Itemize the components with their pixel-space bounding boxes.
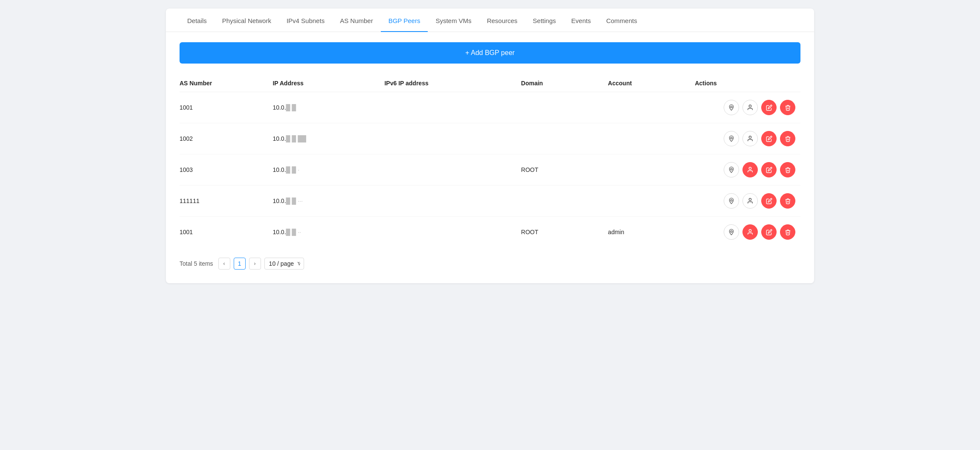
location-button[interactable] — [724, 193, 739, 209]
delete-button[interactable] — [780, 162, 795, 177]
svg-point-8 — [731, 231, 732, 232]
cell-account: admin — [608, 217, 695, 248]
cell-domain: ROOT — [521, 217, 608, 248]
main-card: Details Physical Network IPv4 Subnets AS… — [166, 9, 814, 283]
table-row: 1003 10.0.█ █ · ROOT — [180, 154, 800, 186]
edit-button[interactable] — [761, 162, 777, 177]
col-header-actions: Actions — [695, 75, 800, 92]
col-header-domain: Domain — [521, 75, 608, 92]
cell-as-number: 1001 — [180, 217, 273, 248]
svg-point-9 — [749, 229, 751, 232]
tab-physical-network[interactable]: Physical Network — [215, 9, 279, 32]
cell-actions — [695, 217, 800, 248]
col-header-account: Account — [608, 75, 695, 92]
location-button[interactable] — [724, 131, 739, 146]
svg-point-5 — [749, 167, 751, 169]
svg-point-7 — [749, 198, 751, 200]
cell-as-number: 111111 — [180, 186, 273, 217]
bgp-peers-table: AS Number IP Address IPv6 IP address Dom… — [180, 75, 800, 247]
tab-as-number[interactable]: AS Number — [332, 9, 381, 32]
delete-button[interactable] — [780, 100, 795, 115]
cell-ip-address: 10.0.█ █ ··· — [273, 186, 384, 217]
per-page-select[interactable]: 10 / page 20 / page 50 / page — [264, 258, 304, 270]
user-button[interactable] — [742, 162, 758, 177]
cell-as-number: 1002 — [180, 123, 273, 154]
prev-page-button[interactable]: ‹ — [218, 258, 230, 270]
tab-bar: Details Physical Network IPv4 Subnets AS… — [166, 9, 814, 32]
svg-point-2 — [731, 137, 732, 139]
col-header-ip-address: IP Address — [273, 75, 384, 92]
svg-point-6 — [731, 200, 732, 201]
delete-button[interactable] — [780, 224, 795, 240]
cell-actions — [695, 92, 800, 123]
svg-point-3 — [749, 136, 751, 138]
cell-ip-address: 10.0.█ █ ·· — [273, 217, 384, 248]
content-area: + Add BGP peer AS Number IP Address IPv6… — [166, 32, 814, 283]
edit-button[interactable] — [761, 224, 777, 240]
cell-actions — [695, 186, 800, 217]
tab-ipv4-subnets[interactable]: IPv4 Subnets — [279, 9, 332, 32]
cell-ip-address: 10.0.█ █ · — [273, 154, 384, 186]
cell-ipv6 — [384, 123, 521, 154]
cell-as-number: 1001 — [180, 92, 273, 123]
location-button[interactable] — [724, 162, 739, 177]
table-row: 1001 10.0.█ █ ·· ROOT admin — [180, 217, 800, 248]
tab-settings[interactable]: Settings — [525, 9, 563, 32]
cell-domain — [521, 186, 608, 217]
pagination: Total 5 items ‹ 1 › 10 / page 20 / page … — [180, 258, 800, 270]
cell-domain — [521, 123, 608, 154]
cell-ipv6 — [384, 92, 521, 123]
table-row: 1002 10.0.█ █ ██ — [180, 123, 800, 154]
user-button[interactable] — [742, 193, 758, 209]
location-button[interactable] — [724, 100, 739, 115]
cell-account — [608, 154, 695, 186]
cell-account — [608, 186, 695, 217]
table-row: 1001 10.0.█ █ — [180, 92, 800, 123]
edit-button[interactable] — [761, 131, 777, 146]
cell-ip-address: 10.0.█ █ ██ — [273, 123, 384, 154]
cell-account — [608, 92, 695, 123]
cell-actions — [695, 154, 800, 186]
tab-events[interactable]: Events — [564, 9, 599, 32]
tab-resources[interactable]: Resources — [479, 9, 525, 32]
delete-button[interactable] — [780, 131, 795, 146]
tab-comments[interactable]: Comments — [598, 9, 645, 32]
cell-domain: ROOT — [521, 154, 608, 186]
tab-system-vms[interactable]: System VMs — [428, 9, 479, 32]
cell-ipv6 — [384, 217, 521, 248]
edit-button[interactable] — [761, 100, 777, 115]
edit-button[interactable] — [761, 193, 777, 209]
svg-point-1 — [749, 105, 751, 107]
svg-point-0 — [731, 106, 732, 108]
table-row: 111111 10.0.█ █ ··· — [180, 186, 800, 217]
add-bgp-peer-button[interactable]: + Add BGP peer — [180, 42, 800, 64]
user-button[interactable] — [742, 224, 758, 240]
cell-ipv6 — [384, 154, 521, 186]
per-page-selector[interactable]: 10 / page 20 / page 50 / page ∨ — [264, 258, 304, 270]
user-button[interactable] — [742, 100, 758, 115]
svg-point-4 — [731, 168, 732, 170]
col-header-ipv6: IPv6 IP address — [384, 75, 521, 92]
cell-ip-address: 10.0.█ █ — [273, 92, 384, 123]
cell-account — [608, 123, 695, 154]
delete-button[interactable] — [780, 193, 795, 209]
cell-actions — [695, 123, 800, 154]
cell-as-number: 1003 — [180, 154, 273, 186]
current-page[interactable]: 1 — [234, 258, 246, 270]
cell-domain — [521, 92, 608, 123]
user-button[interactable] — [742, 131, 758, 146]
pagination-total: Total 5 items — [180, 260, 213, 267]
tab-bgp-peers[interactable]: BGP Peers — [381, 9, 428, 32]
next-page-button[interactable]: › — [249, 258, 261, 270]
col-header-as-number: AS Number — [180, 75, 273, 92]
location-button[interactable] — [724, 224, 739, 240]
tab-details[interactable]: Details — [180, 9, 215, 32]
cell-ipv6 — [384, 186, 521, 217]
